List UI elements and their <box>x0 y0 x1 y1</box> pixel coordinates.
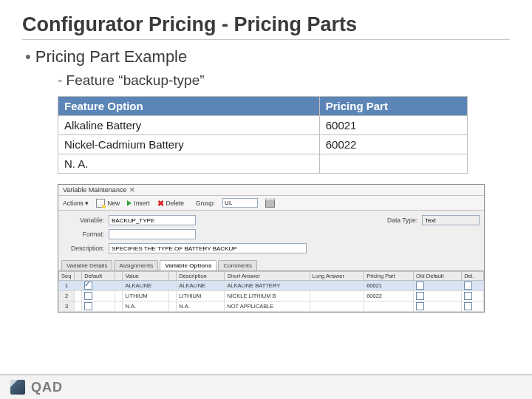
cell: Alkaline Battery <box>58 116 320 135</box>
grid-col-del[interactable]: Del. <box>462 272 484 281</box>
embedded-screenshot: Variable Maintenance ✕ Actions ▾ New Ins… <box>58 184 485 313</box>
default-checkbox[interactable] <box>84 302 92 310</box>
grid-col-value[interactable]: Value <box>123 272 169 281</box>
tab-variable-options[interactable]: Variable Options <box>160 260 216 270</box>
insert-button[interactable]: Insert <box>127 200 149 207</box>
grid-col-seq[interactable]: Seq <box>59 272 75 281</box>
description-input[interactable] <box>109 243 307 253</box>
delete-button[interactable]: ✖ Delete <box>157 200 185 207</box>
tab-variable-details[interactable]: Variable Details <box>61 260 112 270</box>
grid-row[interactable]: 3N.A.N.A.NOT APPLICABLE <box>59 301 484 312</box>
description-label: Description: <box>63 245 104 252</box>
del-checkbox[interactable] <box>464 282 472 290</box>
print-icon[interactable] <box>265 198 275 208</box>
delete-label: Delete <box>166 200 185 207</box>
olddef-checkbox[interactable] <box>416 302 424 310</box>
new-icon <box>96 199 105 208</box>
cell: 60021 <box>319 116 467 135</box>
toolbar: Actions ▾ New Insert ✖ Delete Group: <box>58 196 484 211</box>
grid-row[interactable]: 2LITHIUMLITHIUMNICKLE LITHIUM B60022 <box>59 291 484 301</box>
window-titlebar: Variable Maintenance ✕ <box>58 185 484 196</box>
insert-icon <box>127 200 132 206</box>
group-label: Group: <box>196 200 215 207</box>
tab-comments[interactable]: Comments <box>218 260 257 270</box>
grid-col-long[interactable]: Long Answer <box>310 272 364 281</box>
bullet-level1: Pricing Part Example <box>25 47 510 66</box>
format-input[interactable] <box>109 229 196 239</box>
cell: 60022 <box>319 135 467 154</box>
tab-assignments[interactable]: Assignments <box>114 260 158 270</box>
new-label: New <box>107 200 120 207</box>
grid-col-blank1[interactable] <box>75 272 82 281</box>
group-input[interactable] <box>222 198 258 208</box>
options-grid[interactable]: Seq Default Value Description Short Answ… <box>58 271 484 312</box>
close-icon[interactable]: ✕ <box>129 186 135 194</box>
qad-logo-icon <box>10 380 25 395</box>
col-pricing-part: Pricing Part <box>319 97 467 116</box>
del-checkbox[interactable] <box>464 302 472 310</box>
cell: N. A. <box>58 154 320 174</box>
tab-strip: Variable Details Assignments Variable Op… <box>58 260 484 271</box>
default-checkbox[interactable] <box>84 282 92 290</box>
table-row: N. A. <box>58 154 468 174</box>
variable-label: Variable: <box>63 216 104 224</box>
title-rule <box>22 39 510 40</box>
cell <box>319 154 467 174</box>
grid-row[interactable]: 1ALKALINEALKALINEALKALINE BATTERY60021 <box>59 281 484 291</box>
slide-title: Configurator Pricing - Pricing Parts <box>22 13 510 36</box>
datatype-input[interactable] <box>422 215 480 225</box>
default-checkbox[interactable] <box>84 292 92 300</box>
delete-icon: ✖ <box>157 200 164 206</box>
grid-col-blank3[interactable] <box>169 272 177 281</box>
del-checkbox[interactable] <box>464 292 472 300</box>
col-feature-option: Feature Option <box>58 97 320 116</box>
insert-label: Insert <box>134 200 149 207</box>
grid-col-default[interactable]: Default <box>82 272 115 281</box>
table-row: Alkaline Battery 60021 <box>58 116 468 135</box>
window-title: Variable Maintenance <box>63 186 126 194</box>
datatype-label: Data Type: <box>373 216 417 224</box>
cell: Nickel-Cadmium Battery <box>58 135 320 154</box>
grid-col-pricing[interactable]: Pricing Part <box>364 272 414 281</box>
grid-col-blank2[interactable] <box>115 272 123 281</box>
olddef-checkbox[interactable] <box>416 282 424 290</box>
grid-col-desc[interactable]: Description <box>177 272 225 281</box>
actions-label: Actions ▾ <box>63 200 89 207</box>
feature-pricing-table: Feature Option Pricing Part Alkaline Bat… <box>58 96 468 174</box>
variable-input[interactable] <box>109 215 196 225</box>
form-area: Variable: Data Type: Format: Description… <box>58 211 484 260</box>
footer-bar: QAD <box>0 374 532 399</box>
grid-col-olddef[interactable]: Old Default <box>414 272 462 281</box>
new-button[interactable]: New <box>96 199 120 208</box>
qad-brand: QAD <box>31 380 63 395</box>
bullet-level2: Feature “backup-type” <box>58 72 510 89</box>
grid-col-short[interactable]: Short Answer <box>225 272 310 281</box>
olddef-checkbox[interactable] <box>416 292 424 300</box>
format-label: Format: <box>63 231 104 238</box>
table-row: Nickel-Cadmium Battery 60022 <box>58 135 468 154</box>
